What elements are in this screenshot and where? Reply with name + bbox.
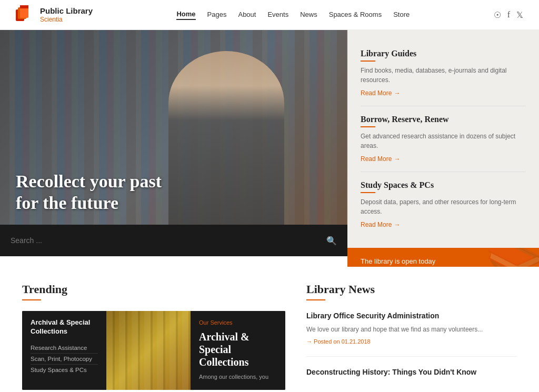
library-hours-bg-icon: 📚 [485,248,539,267]
globe-icon[interactable]: ☉ [494,10,501,20]
nav-about[interactable]: About [238,11,256,19]
search-input[interactable] [11,236,326,245]
guide-title-study: Study Spaces & PCs [361,180,526,190]
read-more-borrow[interactable]: Read More → [361,155,400,163]
main-nav: Home Pages About Events News Spaces & Ro… [176,10,410,20]
hero-headline: Recollect your past for the future [16,171,162,214]
news-body-1: We love our library and hope that we fin… [306,325,517,334]
guide-desc-library: Find books, media, databases, e-journals… [361,66,526,85]
library-guides-list: Library Guides Find books, media, databa… [347,30,539,248]
nav-events[interactable]: Events [267,11,288,19]
nav-home[interactable]: Home [176,10,195,20]
guide-underline-borrow [361,126,375,127]
guide-desc-study: Deposit data, papers, and other resource… [361,197,526,216]
news-title-2: Deconstructing History: Things You Didn'… [306,367,517,378]
trending-card-tag: Our Services [199,318,277,327]
menu-item-research[interactable]: Research Assistance [31,343,98,354]
trending-underline [22,299,41,300]
nav-spaces[interactable]: Spaces & Rooms [329,11,382,19]
svg-marker-3 [20,5,28,8]
trending-menu-title: Archival & Special Collections [31,318,98,336]
hero-image: Recollect your past for the future 🔍 [0,30,347,256]
guide-desc-borrow: Get advanced research assistance in doze… [361,132,526,150]
guide-underline-library [361,61,375,62]
trending-section: Trending Archival & Special Collections … [22,283,285,392]
hero-text: Recollect your past for the future [16,171,162,214]
guide-item-borrow: Borrow, Reserve, Renew Get advanced rese… [361,106,526,172]
hero-search-bar: 🔍 [0,225,347,256]
main-content: Trending Archival & Special Collections … [6,262,533,392]
trending-card-body: Among our collections, you [199,373,277,381]
twitter-icon[interactable]: 𝕏 [516,10,523,20]
trending-card-title: Archival & Special Collections [199,330,277,368]
menu-item-study[interactable]: Study Spaces & PCs [31,365,98,375]
trending-card: Archival & Special Collections Research … [22,311,285,390]
read-more-library[interactable]: Read More → [361,89,400,97]
hero-person-image [168,51,284,225]
menu-item-scan[interactable]: Scan, Print, Photocopy [31,354,98,365]
library-news-underline [306,299,325,300]
news-date-1: Posted on 01.21.2018 [306,338,371,345]
nav-store[interactable]: Store [393,11,410,19]
trending-card-image [106,311,191,390]
guide-underline-study [361,192,375,193]
library-news-section: Library News Library Office Security Adm… [306,283,517,392]
guide-title-library: Library Guides [361,49,526,58]
logo-icon [16,5,35,24]
library-subtitle: Scientia [40,16,93,23]
news-title-1: Library Office Security Administration [306,311,517,321]
guide-item-library: Library Guides Find books, media, databa… [361,41,526,106]
read-more-study[interactable]: Read More → [361,221,400,228]
library-news-title: Library News [306,283,517,296]
search-icon[interactable]: 🔍 [326,236,337,246]
guide-item-study: Study Spaces & PCs Deposit data, papers,… [361,172,526,237]
trending-title: Trending [22,283,285,296]
nav-pages[interactable]: Pages [207,11,227,19]
trending-card-content: Our Services Archival & Special Collecti… [191,311,285,390]
trending-card-menu: Archival & Special Collections Research … [22,311,106,390]
hero-sidebar: Library Guides Find books, media, databa… [347,30,539,256]
facebook-icon[interactable]: f [507,10,510,19]
logo[interactable]: Public Library Scientia [16,5,93,24]
header-social-icons: ☉ f 𝕏 [494,10,523,20]
news-item-2: Deconstructing History: Things You Didn'… [306,367,517,391]
nav-news[interactable]: News [300,11,317,19]
guide-title-borrow: Borrow, Reserve, Renew [361,115,526,124]
hero-section: Recollect your past for the future 🔍 Lib… [0,30,539,256]
news-item-1: Library Office Security Administration W… [306,311,517,357]
library-name: Public Library [40,6,93,16]
library-hours-box: 📚 The library is open today 6:00 AM – 8:… [347,248,539,267]
